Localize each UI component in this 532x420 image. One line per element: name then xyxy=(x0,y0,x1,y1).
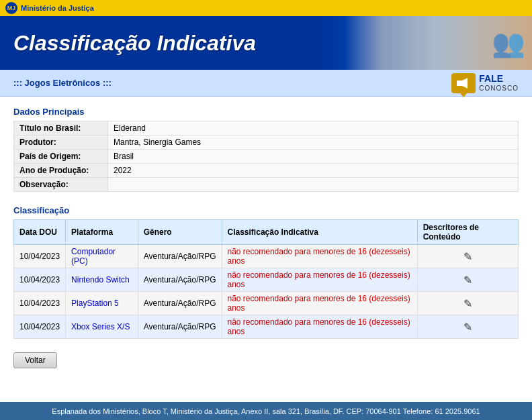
table-row: Ano de Produção: 2022 xyxy=(14,164,519,178)
field-label: Observação: xyxy=(14,178,108,192)
footer: Esplanada dos Ministérios, Bloco T, Mini… xyxy=(0,402,532,420)
table-row: Título no Brasil: Elderand xyxy=(14,121,519,136)
field-label: País de Origem: xyxy=(14,150,108,164)
svg-marker-0 xyxy=(458,78,468,89)
fale-word: FALE xyxy=(479,73,519,85)
header-decoration: 👥 xyxy=(344,16,532,70)
cell-plataforma[interactable]: Nintendo Switch xyxy=(66,268,138,292)
table-row: 10/04/2023Nintendo SwitchAventura/Ação/R… xyxy=(14,268,519,292)
top-bar: MJ Ministério da Justiça xyxy=(0,0,532,16)
svg-rect-1 xyxy=(457,81,459,86)
cell-plataforma[interactable]: Computador (PC) xyxy=(66,245,138,268)
cell-classificacao: não recomendado para menores de 16 (deze… xyxy=(222,268,417,292)
cell-plataforma[interactable]: PlayStation 5 xyxy=(66,292,138,315)
cell-descritores[interactable]: ✎ xyxy=(417,245,518,268)
col-header-descritores: Descritores de Conteúdo xyxy=(417,220,518,245)
classificacao-section: Classificação Data DOU Plataforma Gênero… xyxy=(13,205,519,339)
classificacao-section-title: Classificação xyxy=(13,205,519,215)
table-row: 10/04/2023PlayStation 5Aventura/Ação/RPG… xyxy=(14,292,519,315)
col-header-classificacao: Classificação Indicativa xyxy=(222,220,417,245)
field-label: Produtor: xyxy=(14,136,108,150)
cell-genero: Aventura/Ação/RPG xyxy=(138,292,222,315)
table-header-row: Data DOU Plataforma Gênero Classificação… xyxy=(14,220,519,245)
cell-descritores[interactable]: ✎ xyxy=(417,268,518,292)
field-label: Ano de Produção: xyxy=(14,164,108,178)
cell-data: 10/04/2023 xyxy=(14,315,66,339)
section-label: ::: Jogos Eletrônicos ::: xyxy=(13,78,112,88)
field-value xyxy=(108,178,519,192)
cell-descritores[interactable]: ✎ xyxy=(417,315,518,339)
ministry-logo: MJ Ministério da Justiça xyxy=(5,2,94,14)
main-content: Dados Principais Título no Brasil: Elder… xyxy=(0,97,532,382)
cell-plataforma[interactable]: Xbox Series X/S xyxy=(66,315,138,339)
table-row: Produtor: Mantra, Sinergia Games xyxy=(14,136,519,150)
table-row: Observação: xyxy=(14,178,519,192)
people-image: 👥 xyxy=(492,28,525,59)
fale-icon xyxy=(451,73,476,93)
classificacao-table: Data DOU Plataforma Gênero Classificação… xyxy=(13,219,519,339)
dados-table: Título no Brasil: Elderand Produtor: Man… xyxy=(13,121,519,192)
col-header-plataforma: Plataforma xyxy=(66,220,138,245)
emblem-icon: MJ xyxy=(5,2,17,14)
megaphone-icon xyxy=(457,78,470,89)
cell-data: 10/04/2023 xyxy=(14,268,66,292)
site-title: Classificação Indicativa xyxy=(13,31,256,56)
cell-classificacao: não recomendado para menores de 16 (deze… xyxy=(222,315,417,339)
cell-genero: Aventura/Ação/RPG xyxy=(138,315,222,339)
cell-genero: Aventura/Ação/RPG xyxy=(138,268,222,292)
fale-conosco-link[interactable]: FALE CONOSCO xyxy=(451,73,519,93)
descriptor-icon[interactable]: ✎ xyxy=(463,321,472,333)
field-value: Brasil xyxy=(108,150,519,164)
ministry-name: Ministério da Justiça xyxy=(21,4,94,12)
table-row: País de Origem: Brasil xyxy=(14,150,519,164)
col-header-genero: Gênero xyxy=(138,220,222,245)
voltar-button[interactable]: Voltar xyxy=(13,352,57,368)
descriptor-icon[interactable]: ✎ xyxy=(463,251,472,262)
table-row: 10/04/2023Xbox Series X/SAventura/Ação/R… xyxy=(14,315,519,339)
cell-descritores[interactable]: ✎ xyxy=(417,292,518,315)
field-value: Elderand xyxy=(108,121,519,136)
conosco-word: CONOSCO xyxy=(479,85,519,93)
cell-data: 10/04/2023 xyxy=(14,292,66,315)
table-row: 10/04/2023Computador (PC)Aventura/Ação/R… xyxy=(14,245,519,268)
field-value: 2022 xyxy=(108,164,519,178)
cell-classificacao: não recomendado para menores de 16 (deze… xyxy=(222,292,417,315)
field-value: Mantra, Sinergia Games xyxy=(108,136,519,150)
dados-section-title: Dados Principais xyxy=(13,107,519,117)
cell-genero: Aventura/Ação/RPG xyxy=(138,245,222,268)
nav-bar: ::: Jogos Eletrônicos ::: FALE CONOSCO xyxy=(0,70,532,97)
fale-label: FALE CONOSCO xyxy=(479,73,519,93)
dados-principais-section: Dados Principais Título no Brasil: Elder… xyxy=(13,107,519,192)
col-header-data: Data DOU xyxy=(14,220,66,245)
descriptor-icon[interactable]: ✎ xyxy=(463,298,472,309)
cell-data: 10/04/2023 xyxy=(14,245,66,268)
cell-classificacao: não recomendado para menores de 16 (deze… xyxy=(222,245,417,268)
footer-text: Esplanada dos Ministérios, Bloco T, Mini… xyxy=(52,407,480,415)
field-label: Título no Brasil: xyxy=(14,121,108,136)
descriptor-icon[interactable]: ✎ xyxy=(463,274,472,286)
header-banner: Classificação Indicativa 👥 xyxy=(0,16,532,70)
voltar-section: Voltar xyxy=(13,349,519,372)
